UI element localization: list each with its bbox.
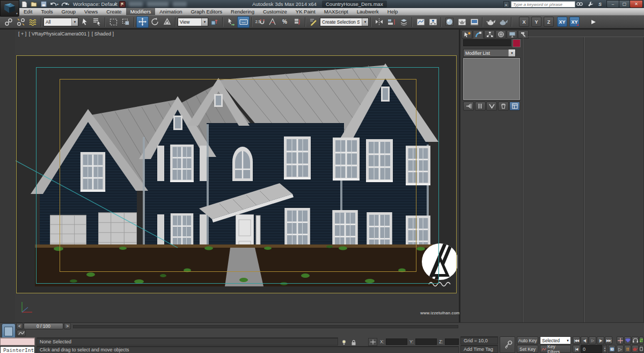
set-keys-button[interactable] [500, 336, 515, 353]
named-selection-sets-dropdown[interactable]: Create Selection Set▼ [320, 18, 369, 26]
add-time-tag[interactable]: Add Time Tag [460, 345, 498, 353]
search-input[interactable] [511, 1, 575, 8]
isolate-selection-icon[interactable] [341, 338, 347, 348]
select-and-link-icon[interactable] [2, 16, 14, 28]
application-menu-button[interactable]: ▼ [0, 0, 19, 17]
menu-edit[interactable]: Edit [19, 8, 36, 15]
restrict-z-button[interactable]: Z [544, 17, 554, 27]
save-icon[interactable] [40, 1, 48, 8]
y-coord-field[interactable] [415, 338, 437, 345]
x-coord-field[interactable] [386, 338, 407, 345]
infocenter-collapse-icon[interactable]: ▸ [503, 1, 509, 8]
menu-tools[interactable]: Tools [36, 8, 57, 15]
selection-filter-dropdown[interactable]: All▼ [43, 18, 78, 26]
maximize-viewport-icon[interactable] [639, 345, 643, 353]
reference-coordinate-system-dropdown[interactable]: View▼ [178, 18, 208, 26]
restrict-y-button[interactable]: Y [531, 17, 541, 27]
restrict-x-button[interactable]: X [519, 17, 529, 27]
gem-icon[interactable] [624, 336, 631, 344]
menu-create[interactable]: Create [102, 8, 126, 15]
align-icon[interactable] [385, 16, 398, 28]
keyboard-shortcut-override-icon[interactable] [237, 16, 250, 28]
subscription-wrench-icon[interactable] [586, 1, 595, 8]
menu-rendering[interactable]: Rendering [226, 8, 259, 15]
mirror-icon[interactable] [373, 16, 385, 28]
workspace-dropdown-icon[interactable]: ▼ [114, 3, 116, 6]
pan-view-icon[interactable] [617, 336, 624, 344]
use-pivot-point-center-icon[interactable] [208, 16, 221, 28]
go-to-start-button[interactable]: |◀◀ [573, 336, 580, 344]
rendered-frame-window-icon[interactable] [468, 16, 480, 28]
auto-key-button[interactable]: Auto Key [517, 336, 538, 344]
tab-motion[interactable] [495, 30, 506, 39]
camera-view[interactable] [16, 55, 457, 293]
current-frame-field[interactable] [581, 345, 602, 353]
headphones-icon[interactable] [632, 336, 639, 344]
restrict-xy-plane-button[interactable]: XY [557, 17, 567, 27]
spinner-snap-toggle-icon[interactable] [291, 16, 303, 28]
communication-center-icon[interactable]: S [596, 1, 604, 8]
minimize-button[interactable]: – [606, 0, 619, 8]
exclamation-icon[interactable]: !! [624, 345, 631, 353]
menu-maxscript[interactable]: MAXScript [320, 8, 353, 15]
select-object-icon[interactable] [78, 16, 91, 28]
menu-animation[interactable]: Animation [155, 8, 186, 15]
render-iterative-teapot-icon[interactable] [497, 16, 509, 28]
tab-create[interactable] [462, 30, 472, 39]
menu-yk-paint[interactable]: YK Paint [291, 8, 320, 15]
viewport-pov-menu[interactable]: [ VRayPhysicalCamera001 ] [29, 31, 90, 37]
time-slider-prev-button[interactable]: < [16, 323, 23, 329]
time-slider-next-button[interactable]: > [64, 323, 71, 329]
key-filters-button[interactable]: Key Filters... [540, 345, 571, 353]
menu-help[interactable]: Help [383, 8, 402, 15]
undo-dropdown-icon[interactable]: ▼ [56, 1, 60, 8]
absolute-offset-mode-icon[interactable] [368, 338, 377, 346]
window-crossing-toggle-icon[interactable] [120, 16, 132, 28]
set-key-button[interactable]: Set Key [517, 345, 538, 353]
menu-graph-editors[interactable]: Graph Editors [186, 8, 226, 15]
select-and-rotate-icon[interactable] [149, 16, 161, 28]
render-teapot-icon[interactable] [632, 345, 639, 353]
menu-customize[interactable]: Customize [259, 8, 291, 15]
rectangular-selection-region-icon[interactable] [107, 16, 120, 28]
workspace-flag-icon[interactable] [119, 1, 126, 8]
maximize-button[interactable]: ▢ [619, 0, 630, 8]
redo-dropdown-icon[interactable]: ▼ [67, 1, 70, 8]
maxscript-listener-white[interactable]: PainterInter [0, 346, 35, 353]
maxscript-listener-pink[interactable] [0, 337, 35, 345]
key-mode-toggle-button[interactable]: |◀ [573, 345, 580, 353]
angle-snap-toggle-icon[interactable] [266, 16, 279, 28]
open-file-icon[interactable] [30, 1, 38, 8]
select-and-manipulate-icon[interactable] [225, 16, 237, 28]
restrict-plane-flyout-button[interactable]: XY [569, 17, 580, 27]
bind-to-space-warp-icon[interactable] [27, 16, 39, 28]
select-and-scale-icon[interactable] [161, 16, 173, 28]
percent-snap-toggle-icon[interactable]: % [279, 16, 291, 28]
remove-modifier-icon[interactable] [498, 102, 509, 111]
search-go-icon[interactable] [575, 1, 584, 8]
menu-views[interactable]: Views [80, 8, 102, 15]
snaps-toggle-2.5-icon[interactable]: 2.5 [254, 16, 266, 28]
frame-spinner[interactable]: ▲▼ [603, 345, 607, 353]
viewport-shading-menu[interactable]: [ Shaded ] [92, 31, 114, 37]
modifier-list-dropdown[interactable]: Modifier List ▼ [463, 49, 516, 57]
manage-layers-icon[interactable] [398, 16, 410, 28]
unlink-selection-icon[interactable] [14, 16, 27, 28]
panel-column-divider[interactable] [522, 37, 523, 334]
time-slider-track[interactable] [73, 325, 458, 328]
render-setup-icon[interactable] [456, 16, 468, 28]
close-button[interactable]: ✕ [630, 0, 643, 8]
object-name-field[interactable] [463, 39, 511, 46]
tab-modify[interactable] [473, 30, 484, 39]
go-to-end-button[interactable]: ▶▶| [605, 336, 612, 344]
time-configuration-button[interactable] [608, 345, 616, 353]
edit-named-selection-sets-icon[interactable] [308, 16, 320, 28]
pin-stack-icon[interactable] [463, 102, 474, 111]
object-color-swatch[interactable] [513, 39, 521, 47]
previous-frame-button[interactable]: ◀| [581, 336, 588, 344]
new-file-icon[interactable] [20, 1, 28, 8]
panel-column-divider[interactable] [583, 37, 584, 334]
z-coord-field[interactable] [445, 338, 459, 345]
menu-modifiers[interactable]: Modifiers [126, 8, 156, 15]
modifier-stack[interactable] [463, 58, 520, 100]
